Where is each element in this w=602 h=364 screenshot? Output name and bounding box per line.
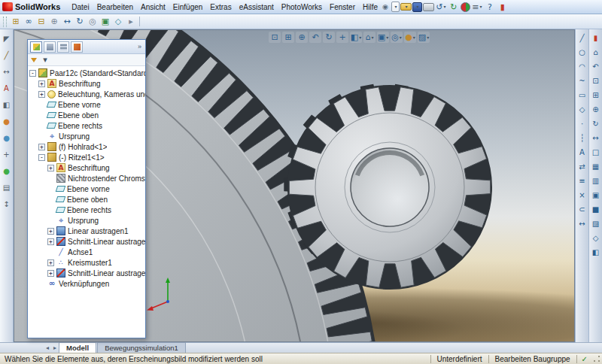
options-icon[interactable]: ≡▾ bbox=[471, 2, 483, 13]
centerline-tool-icon[interactable]: ┆ bbox=[576, 132, 588, 144]
perspective-view-icon[interactable]: ◇ bbox=[590, 232, 601, 244]
shaded-with-edges-icon[interactable]: ▣ bbox=[590, 190, 601, 201]
print-icon[interactable] bbox=[423, 3, 434, 11]
point-tool-icon[interactable]: · bbox=[576, 118, 588, 129]
move-with-triad-icon[interactable]: + bbox=[1, 149, 12, 160]
display-style-dropdown-icon[interactable]: ▾ bbox=[386, 35, 388, 40]
linear-component-pattern-icon[interactable]: ⊟ bbox=[35, 16, 47, 27]
tab-scroll-right-icon[interactable]: ▸ bbox=[51, 343, 59, 353]
arc-tool-icon[interactable]: ◠ bbox=[576, 61, 588, 72]
resize-grip[interactable] bbox=[592, 354, 601, 363]
tree-item-ebene-rechts[interactable]: Ebene rechts bbox=[28, 205, 145, 215]
expand-toggle[interactable]: + bbox=[47, 259, 54, 266]
tab-scroll-left-icon[interactable]: ◂ bbox=[44, 343, 51, 353]
rebuild-icon[interactable] bbox=[461, 2, 470, 12]
menu-fenster[interactable]: Fenster bbox=[326, 2, 359, 13]
annotation-icon[interactable]: A bbox=[1, 83, 12, 94]
expand-toggle[interactable]: - bbox=[38, 154, 45, 161]
tree-item-nichtrostender-chromstahl[interactable]: Nichtrostender Chromstahl bbox=[28, 173, 145, 184]
new-document-icon[interactable]: ▾ bbox=[391, 2, 400, 12]
pin-menu-icon[interactable]: ◉ bbox=[382, 3, 388, 11]
expand-toggle[interactable]: + bbox=[38, 144, 45, 150]
undo-icon[interactable]: ↺▾ bbox=[435, 2, 447, 13]
menu-photoworks[interactable]: PhotoWorks bbox=[278, 2, 326, 13]
polygon-tool-icon[interactable]: ◇ bbox=[576, 104, 588, 115]
new-motion-study-icon[interactable]: ▸ bbox=[125, 16, 137, 27]
circle-tool-icon[interactable]: ○ bbox=[576, 47, 588, 58]
menu-ansicht[interactable]: Ansicht bbox=[137, 2, 169, 13]
view-orientation-dropdown-icon[interactable]: ▾ bbox=[371, 35, 373, 40]
sketch-tool-icon[interactable]: ╱ bbox=[576, 32, 588, 44]
apply-scene-hud-icon[interactable]: ▨▾ bbox=[418, 32, 430, 43]
tree-item-paar12c-standard-standard-anz[interactable]: -Paar12c (Standard<Standard_Anz bbox=[28, 68, 145, 78]
tree-item-linear-austragen1[interactable]: +Linear austragen1 bbox=[28, 226, 145, 236]
wireframe-style-icon[interactable]: □ bbox=[590, 147, 601, 158]
move-component-icon[interactable]: ↔ bbox=[61, 16, 73, 27]
show-hidden-components-icon[interactable]: ◎ bbox=[87, 16, 99, 27]
options-dropdown-icon[interactable]: ▾ bbox=[479, 5, 482, 9]
task-pane-toggle-icon[interactable]: ▮ bbox=[497, 2, 509, 13]
help-icon[interactable]: ? bbox=[484, 2, 496, 13]
tree-item-ritzel1-1[interactable]: -(-) Ritzel1<1> bbox=[28, 152, 145, 162]
smart-dimension-icon[interactable]: ↔ bbox=[1, 66, 12, 77]
undo-dropdown-icon[interactable]: ▾ bbox=[443, 5, 445, 9]
propertymanager-tab[interactable] bbox=[44, 41, 56, 53]
tree-item-beschriftung[interactable]: +ABeschriftung bbox=[28, 78, 145, 89]
task-pane-icon[interactable]: ▮ bbox=[590, 32, 601, 44]
dimxpertmanager-tab[interactable] bbox=[71, 41, 83, 53]
section-view-icon[interactable]: ◧ bbox=[1, 99, 12, 111]
tree-item-kreismuster1[interactable]: +∴Kreismuster1 bbox=[28, 257, 145, 268]
new-document-dropdown-icon[interactable]: ▾ bbox=[394, 5, 397, 9]
tree-item-achse1[interactable]: ╱Achse1 bbox=[28, 247, 145, 257]
dimension-tool-icon[interactable]: ↔ bbox=[576, 218, 588, 229]
menu-extras[interactable]: Extras bbox=[206, 2, 235, 13]
tree-item-ebene-oben[interactable]: Ebene oben bbox=[28, 194, 145, 205]
view-orientation-icon[interactable]: ⌂▾ bbox=[363, 32, 375, 43]
display-style-icon[interactable]: ▣▾ bbox=[377, 32, 389, 43]
mate-icon[interactable]: ∞ bbox=[23, 16, 35, 27]
text-tool-icon[interactable]: A bbox=[576, 147, 588, 158]
toolbar-drag-handle[interactable] bbox=[3, 17, 7, 27]
assembly-features-icon[interactable]: ▣ bbox=[99, 16, 111, 27]
tree-item-ebene-vorne[interactable]: Ebene vorne bbox=[28, 99, 145, 110]
menu-datei[interactable]: Datei bbox=[68, 2, 93, 13]
rectangle-tool-icon[interactable]: ▭ bbox=[576, 89, 588, 101]
tree-item-ursprung[interactable]: ⌖Ursprung bbox=[28, 131, 145, 141]
mirror-tool-icon[interactable]: ⇄ bbox=[576, 161, 588, 172]
menu-hilfe[interactable]: Hilfe bbox=[359, 2, 382, 13]
model-tab[interactable]: Modell bbox=[59, 342, 96, 353]
sketch-icon[interactable]: ╱ bbox=[1, 50, 12, 61]
shaded-style-icon[interactable]: ■ bbox=[590, 204, 601, 215]
panel-overflow-chevron[interactable]: » bbox=[136, 43, 143, 50]
zebra-stripes-icon[interactable]: ▤ bbox=[1, 182, 12, 193]
tree-item-schnitt-linear-austragen1[interactable]: +Schnitt-Linear austragen1 bbox=[28, 236, 145, 247]
expand-toggle[interactable]: + bbox=[47, 165, 54, 171]
hide-show-items-icon[interactable]: ◎▾ bbox=[391, 32, 403, 43]
section-view-tool-icon[interactable]: ◧ bbox=[590, 247, 601, 258]
smart-fasteners-icon[interactable]: ⊕ bbox=[48, 16, 60, 27]
rotate-component-icon[interactable]: ↻ bbox=[74, 16, 86, 27]
motion-study-tab[interactable]: Bewegungssimulation1 bbox=[97, 342, 186, 353]
tree-item-ebene-oben[interactable]: Ebene oben bbox=[28, 110, 145, 120]
hidden-lines-visible-icon[interactable]: ▦ bbox=[590, 161, 601, 172]
tree-item-beschriftung[interactable]: +ABeschriftung bbox=[28, 162, 145, 173]
tree-item-verknüpfungen[interactable]: ∞Verknüpfungen bbox=[28, 278, 145, 289]
filter-dropdown-icon[interactable]: ▾ bbox=[39, 54, 51, 65]
pan-view-icon[interactable]: ↔ bbox=[590, 132, 601, 144]
tree-item-ursprung[interactable]: ⌖Ursprung bbox=[28, 215, 145, 226]
expand-toggle[interactable]: + bbox=[47, 238, 54, 245]
render-icon[interactable]: ● bbox=[1, 165, 12, 177]
zoom-view-icon[interactable]: ⊕ bbox=[590, 104, 601, 115]
standard-views-icon[interactable]: ⌂ bbox=[590, 47, 601, 58]
edit-appearance-icon[interactable]: ● bbox=[1, 116, 12, 127]
reference-geometry-icon[interactable]: ◇ bbox=[112, 16, 124, 27]
featuremanager-tab[interactable] bbox=[30, 41, 42, 53]
expand-toggle[interactable]: + bbox=[38, 91, 45, 98]
zoom-to-fit-icon[interactable]: ⊡ bbox=[269, 32, 281, 43]
select-icon[interactable]: ◤ bbox=[1, 33, 12, 44]
shadows-in-shaded-icon[interactable]: ▨ bbox=[590, 218, 601, 229]
tree-item-f-hohlrad-1[interactable]: +(f) Hohlrad<1> bbox=[28, 141, 145, 152]
open-document-icon[interactable]: ▾ bbox=[400, 3, 412, 11]
menu-eassistant[interactable]: eAssistant bbox=[236, 2, 278, 13]
rotate-view-icon[interactable]: ↻ bbox=[323, 32, 335, 43]
